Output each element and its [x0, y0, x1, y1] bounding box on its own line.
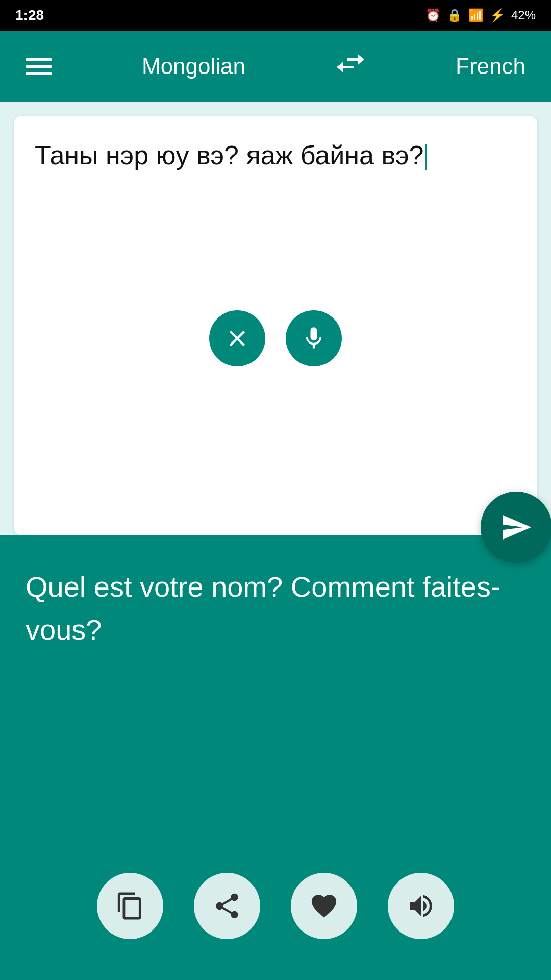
signal-icon: 📶 — [468, 8, 484, 22]
microphone-button[interactable] — [286, 310, 342, 366]
share-button[interactable] — [194, 873, 260, 939]
source-language-label[interactable]: Mongolian — [142, 54, 245, 79]
output-text: Quel est votre nom? Comment faites-vous? — [26, 566, 525, 651]
input-text[interactable]: Таны нэр юу вэ? яаж байна вэ? — [35, 137, 516, 290]
favorite-button[interactable] — [291, 873, 357, 939]
input-section: Таны нэр юу вэ? яаж байна вэ? — [14, 116, 537, 535]
alarm-icon: ⏰ — [425, 8, 441, 22]
text-cursor — [425, 144, 427, 170]
output-section: Quel est votre nom? Comment faites-vous? — [0, 535, 551, 980]
status-bar: 1:28 ⏰ 🔒 📶 ⚡ 42% — [0, 0, 551, 31]
menu-line-2 — [26, 65, 52, 68]
menu-line-1 — [26, 58, 52, 61]
target-language-label[interactable]: French — [456, 54, 525, 79]
status-time: 1:28 — [15, 7, 44, 23]
status-icons: ⏰ 🔒 📶 ⚡ 42% — [425, 8, 536, 22]
main-content: Таны нэр юу вэ? яаж байна вэ? Quel est v… — [0, 102, 551, 980]
swap-languages-button[interactable] — [332, 48, 369, 85]
speak-button[interactable] — [388, 873, 454, 939]
output-buttons — [26, 873, 525, 960]
input-buttons — [35, 310, 516, 377]
battery-charging-icon: ⚡ — [490, 8, 505, 22]
menu-line-3 — [26, 72, 52, 75]
input-text-value: Таны нэр юу вэ? яаж байна вэ? — [35, 140, 424, 170]
send-translate-button[interactable] — [481, 492, 551, 563]
sim-icon: 🔒 — [447, 8, 462, 22]
app-bar: Mongolian French — [0, 31, 551, 102]
copy-button[interactable] — [97, 873, 163, 939]
clear-button[interactable] — [209, 310, 265, 366]
menu-button[interactable] — [26, 58, 52, 75]
battery-level: 42% — [511, 8, 536, 22]
